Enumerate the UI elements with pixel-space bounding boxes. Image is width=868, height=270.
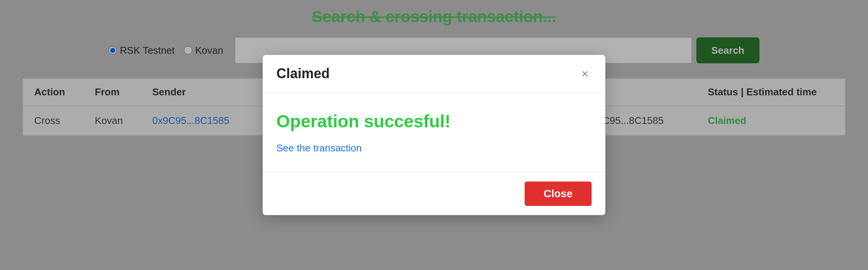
close-button[interactable]: Close: [525, 182, 592, 206]
success-message: Operation succesful!: [276, 111, 592, 132]
modal-close-x-button[interactable]: ×: [578, 66, 592, 81]
modal-footer: Close: [263, 172, 605, 215]
modal-title: Claimed: [276, 66, 330, 82]
modal-body: Operation succesful! See the transaction: [263, 93, 605, 172]
modal-dialog: Claimed × Operation succesful! See the t…: [263, 55, 605, 215]
modal-header: Claimed ×: [263, 55, 605, 93]
modal-overlay: Claimed × Operation succesful! See the t…: [0, 0, 868, 270]
see-transaction-link[interactable]: See the transaction: [276, 142, 362, 154]
